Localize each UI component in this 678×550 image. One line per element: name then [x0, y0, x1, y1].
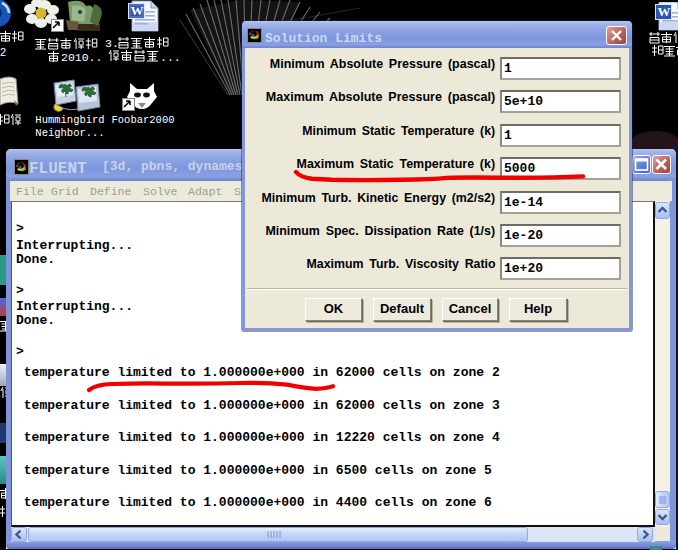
- svg-text:W: W: [658, 4, 671, 19]
- svg-text:...: ...: [160, 51, 181, 63]
- svg-text:2: 2: [0, 46, 6, 58]
- svg-text:W: W: [131, 3, 144, 18]
- svg-text:2010...: 2010...: [61, 51, 105, 64]
- svg-text:3.: 3.: [105, 37, 119, 50]
